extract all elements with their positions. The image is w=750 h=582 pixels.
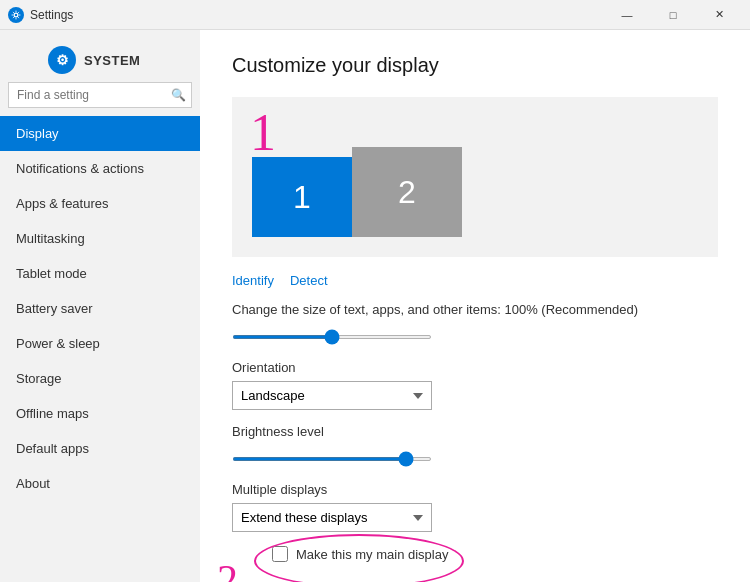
scale-setting: Change the size of text, apps, and other… — [232, 302, 718, 346]
annotation-2: 2 — [217, 556, 238, 582]
search-icon: 🔍 — [171, 88, 186, 102]
sidebar-item-storage[interactable]: Storage — [0, 361, 200, 396]
sidebar-item-default[interactable]: Default apps — [0, 431, 200, 466]
search-container: 🔍 — [8, 82, 192, 108]
content-area: Customize your display 1 1 2 Identify De… — [200, 30, 750, 582]
brightness-setting: Brightness level — [232, 424, 718, 468]
detect-link[interactable]: Detect — [290, 273, 328, 288]
system-icon: ⚙ — [48, 46, 76, 74]
sidebar-header: ⚙ SYSTEM — [0, 30, 200, 82]
sidebar-title: SYSTEM — [84, 53, 140, 68]
orientation-select[interactable]: Landscape Portrait Landscape (flipped) P… — [232, 381, 432, 410]
monitor-1[interactable]: 1 — [252, 157, 352, 237]
orientation-label: Orientation — [232, 360, 718, 375]
close-button[interactable]: ✕ — [696, 0, 742, 30]
sidebar-item-notifications[interactable]: Notifications & actions — [0, 151, 200, 186]
monitor-2[interactable]: 2 — [352, 147, 462, 237]
sidebar-item-tablet[interactable]: Tablet mode — [0, 256, 200, 291]
sidebar-item-offline[interactable]: Offline maps — [0, 396, 200, 431]
svg-point-0 — [14, 13, 18, 17]
window-controls: — □ ✕ — [604, 0, 742, 30]
sidebar: ⚙ SYSTEM 🔍 Display Notifications & actio… — [0, 30, 200, 582]
scale-slider-container — [232, 323, 718, 346]
sidebar-item-battery[interactable]: Battery saver — [0, 291, 200, 326]
orientation-setting: Orientation Landscape Portrait Landscape… — [232, 360, 718, 410]
titlebar: Settings — □ ✕ — [0, 0, 750, 30]
settings-icon — [8, 7, 24, 23]
maximize-button[interactable]: □ — [650, 0, 696, 30]
page-title: Customize your display — [232, 54, 718, 77]
main-display-wrapper: 2 Make this my main display — [272, 546, 448, 574]
search-input[interactable] — [8, 82, 192, 108]
app-body: ⚙ SYSTEM 🔍 Display Notifications & actio… — [0, 30, 750, 582]
multiple-displays-select[interactable]: Extend these displays Duplicate these di… — [232, 503, 432, 532]
display-preview: 1 1 2 — [232, 97, 718, 257]
brightness-slider[interactable] — [232, 457, 432, 461]
multiple-displays-setting: Multiple displays Extend these displays … — [232, 482, 718, 532]
sidebar-item-multitasking[interactable]: Multitasking — [0, 221, 200, 256]
sidebar-item-power[interactable]: Power & sleep — [0, 326, 200, 361]
sidebar-item-about[interactable]: About — [0, 466, 200, 501]
brightness-slider-container — [232, 445, 718, 468]
main-display-label[interactable]: Make this my main display — [296, 547, 448, 562]
display-actions: Identify Detect — [232, 273, 718, 288]
annotation-1: 1 — [250, 107, 276, 159]
sidebar-item-display[interactable]: Display — [0, 116, 200, 151]
sidebar-item-apps[interactable]: Apps & features — [0, 186, 200, 221]
titlebar-title: Settings — [30, 8, 604, 22]
scale-label: Change the size of text, apps, and other… — [232, 302, 718, 317]
multiple-displays-label: Multiple displays — [232, 482, 718, 497]
main-display-checkbox[interactable] — [272, 546, 288, 562]
scale-slider[interactable] — [232, 335, 432, 339]
main-display-checkbox-area: Make this my main display — [272, 546, 448, 562]
minimize-button[interactable]: — — [604, 0, 650, 30]
brightness-label: Brightness level — [232, 424, 718, 439]
identify-link[interactable]: Identify — [232, 273, 274, 288]
